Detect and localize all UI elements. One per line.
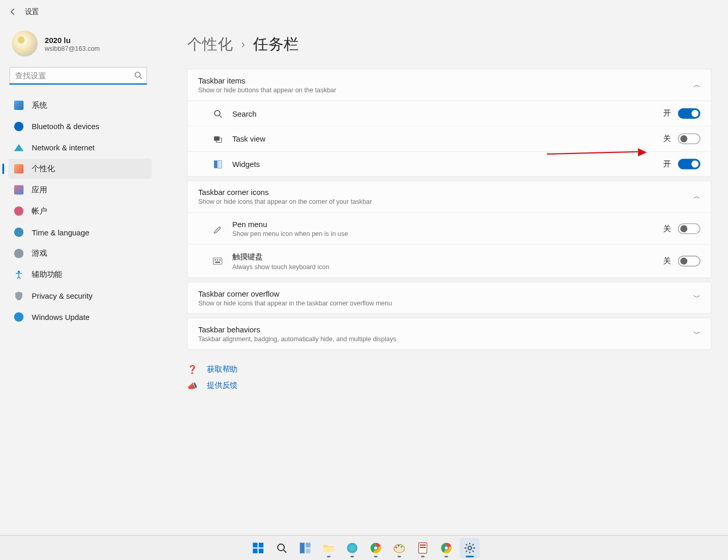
taskbar-widgets-icon[interactable] xyxy=(295,538,315,558)
breadcrumb-parent[interactable]: 个性化 xyxy=(187,34,233,55)
toggle-search[interactable] xyxy=(678,108,701,119)
toggle-touch-keyboard[interactable] xyxy=(678,256,701,266)
row-search: Search 开 xyxy=(188,101,711,126)
chevron-right-icon: › xyxy=(241,38,245,51)
sidebar-item-bluetooth[interactable]: Bluetooth & devices xyxy=(8,117,152,137)
sidebar-item-gaming[interactable]: 游戏 xyxy=(8,243,152,263)
section-overflow: Taskbar corner overflow Show or hide ico… xyxy=(187,282,712,314)
section-header-overflow[interactable]: Taskbar corner overflow Show or hide ico… xyxy=(188,282,711,313)
chevron-down-icon: ﹀ xyxy=(693,329,701,339)
sidebar-item-personalization[interactable]: 个性化 xyxy=(8,159,152,179)
taskbar-paint-icon[interactable] xyxy=(389,538,410,558)
section-corner-icons: Taskbar corner icons Show or hide icons … xyxy=(187,180,712,278)
section-header-behaviors[interactable]: Taskbar behaviors Taskbar alignment, bad… xyxy=(188,318,711,349)
taskbar-app-icon-2[interactable] xyxy=(413,538,433,558)
row-widgets: Widgets 开 xyxy=(188,151,711,176)
feedback-link[interactable]: 📣 提供反馈 xyxy=(187,381,712,391)
svg-point-33 xyxy=(398,544,400,547)
svg-point-41 xyxy=(468,546,472,550)
toggle-state: 关 xyxy=(663,133,671,144)
svg-rect-7 xyxy=(214,160,217,168)
section-subtitle: Taskbar alignment, badging, automaticall… xyxy=(198,335,396,342)
windows-taskbar xyxy=(0,535,728,560)
row-pen-menu: Pen menu Show pen menu icon when pen is … xyxy=(188,212,711,244)
row-label: Pen menu xyxy=(232,220,348,229)
page-title: 任务栏 xyxy=(253,34,299,55)
system-icon xyxy=(14,101,23,110)
taskbar-chrome2-icon[interactable] xyxy=(436,538,456,558)
user-block[interactable]: 2020 lu wslbb87@163.com xyxy=(8,23,159,67)
svg-point-40 xyxy=(445,546,448,549)
row-label: Task view xyxy=(232,134,265,143)
keyboard-icon xyxy=(212,256,222,266)
section-subtitle: Show or hide icons that appear on the co… xyxy=(198,198,372,205)
sidebar-item-label: Network & internet xyxy=(32,143,94,152)
section-behaviors: Taskbar behaviors Taskbar alignment, bad… xyxy=(187,317,712,349)
taskbar-start-icon[interactable] xyxy=(248,538,269,558)
sidebar-item-privacy[interactable]: Privacy & security xyxy=(8,286,152,306)
svg-rect-24 xyxy=(306,548,311,553)
time-icon xyxy=(14,228,23,237)
sidebar-item-system[interactable]: 系统 xyxy=(8,95,152,116)
svg-line-21 xyxy=(284,550,286,552)
svg-point-34 xyxy=(401,545,403,548)
svg-rect-13 xyxy=(215,262,220,263)
taskview-icon xyxy=(212,133,222,144)
row-sublabel: Always show touch keyboard icon xyxy=(232,263,329,271)
svg-rect-5 xyxy=(214,136,219,141)
sidebar-item-network[interactable]: Network & internet xyxy=(8,137,152,158)
svg-rect-22 xyxy=(300,542,304,553)
taskbar-settings-icon[interactable] xyxy=(460,538,480,558)
sidebar-item-label: 个性化 xyxy=(32,163,54,174)
taskbar-search-icon[interactable] xyxy=(272,538,292,558)
svg-rect-17 xyxy=(259,542,263,547)
sidebar-item-time[interactable]: Time & language xyxy=(8,222,152,243)
section-subtitle: Show or hide icons that appear in the ta… xyxy=(198,299,392,306)
svg-rect-37 xyxy=(420,547,426,548)
sidebar-item-apps[interactable]: 应用 xyxy=(8,180,152,200)
row-label: 触摸键盘 xyxy=(232,251,329,262)
taskbar-explorer-icon[interactable] xyxy=(319,538,339,558)
svg-rect-12 xyxy=(219,259,220,260)
back-button[interactable] xyxy=(5,4,21,20)
chevron-down-icon: ﹀ xyxy=(693,293,701,303)
svg-line-47 xyxy=(472,550,473,551)
apps-icon xyxy=(14,185,23,194)
row-label: Widgets xyxy=(232,160,260,169)
get-help-link[interactable]: ❓ 获取帮助 xyxy=(187,364,712,374)
section-header-corner-icons[interactable]: Taskbar corner icons Show or hide icons … xyxy=(188,181,711,212)
accounts-icon xyxy=(14,206,23,216)
svg-rect-35 xyxy=(418,542,427,553)
gaming-icon xyxy=(14,249,23,258)
svg-rect-25 xyxy=(324,547,334,552)
svg-point-2 xyxy=(18,271,20,273)
sidebar-item-label: Time & language xyxy=(32,228,89,236)
section-header-taskbar-items[interactable]: Taskbar items Show or hide buttons that … xyxy=(188,69,711,101)
link-label: 获取帮助 xyxy=(207,364,237,374)
row-sublabel: Show pen menu icon when pen is in use xyxy=(232,230,348,237)
toggle-widgets[interactable] xyxy=(678,159,701,169)
svg-point-30 xyxy=(374,546,377,549)
sidebar-item-accessibility[interactable]: 辅助功能 xyxy=(8,264,152,285)
taskbar-chrome-icon[interactable] xyxy=(366,538,386,558)
row-taskview: Task view 关 xyxy=(188,126,711,151)
toggle-state: 关 xyxy=(663,256,671,266)
section-title: Taskbar items xyxy=(198,76,336,85)
search-icon xyxy=(134,71,143,81)
svg-line-4 xyxy=(219,115,221,117)
bluetooth-icon xyxy=(14,122,23,131)
svg-rect-9 xyxy=(213,258,222,264)
network-icon xyxy=(14,143,23,152)
privacy-icon xyxy=(14,291,23,300)
sidebar-item-label: 应用 xyxy=(32,185,47,195)
search-input[interactable] xyxy=(9,67,147,85)
avatar xyxy=(12,31,38,57)
toggle-pen-menu[interactable] xyxy=(678,223,701,233)
sidebar-item-update[interactable]: Windows Update xyxy=(8,307,152,327)
toggle-taskview[interactable] xyxy=(678,133,701,144)
sidebar-item-accounts[interactable]: 帐户 xyxy=(8,201,152,221)
taskbar-app-icon-1[interactable] xyxy=(342,538,362,558)
personalization-icon xyxy=(14,164,23,173)
sidebar-item-label: 游戏 xyxy=(32,248,47,259)
section-subtitle: Show or hide buttons that appear on the … xyxy=(198,87,336,94)
